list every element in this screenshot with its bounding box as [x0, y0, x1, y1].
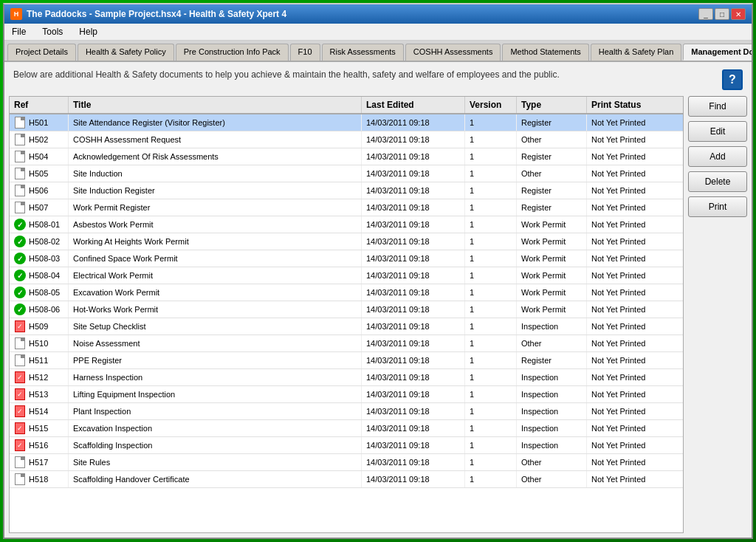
cell-version: 1 [465, 148, 517, 165]
header-last-edited[interactable]: Last Edited [362, 97, 465, 113]
table-row[interactable]: H517 Site Rules 14/03/2011 09:18 1 Other… [10, 454, 683, 471]
cell-last-edited: 14/03/2011 09:18 [362, 386, 465, 402]
doc-icon [14, 202, 26, 213]
table-row[interactable]: ✓H508-04 Electrical Work Permit 14/03/20… [10, 267, 683, 284]
table-row[interactable]: H506 Site Induction Register 14/03/2011 … [10, 182, 683, 199]
menu-file[interactable]: File [7, 25, 30, 38]
doc-icon [14, 117, 26, 128]
cell-print-status: Not Yet Printed [587, 114, 683, 131]
table-row[interactable]: H502 COSHH Assessment Request 14/03/2011… [10, 131, 683, 148]
tab-management-documents[interactable]: Management Documents [683, 44, 752, 61]
tab-pre-construction[interactable]: Pre Construction Info Pack [176, 44, 289, 61]
cell-version: 1 [465, 369, 517, 385]
cell-type: Other [517, 165, 587, 182]
header-title[interactable]: Title [69, 97, 362, 113]
cell-title: Site Induction Register [69, 182, 362, 199]
menu-help[interactable]: Help [75, 25, 102, 38]
cell-print-status: Not Yet Printed [587, 471, 683, 487]
cell-title: Excavation Inspection [69, 420, 362, 436]
cell-last-edited: 14/03/2011 09:18 [362, 420, 465, 436]
cell-type: Inspection [517, 318, 587, 335]
cell-title: Confined Space Work Permit [69, 250, 362, 267]
table-row[interactable]: ✓H508-02 Working At Heights Work Permit … [10, 233, 683, 250]
table-row[interactable]: H516 Scaffolding Inspection 14/03/2011 0… [10, 437, 683, 454]
cell-type: Register [517, 148, 587, 165]
cell-last-edited: 14/03/2011 09:18 [362, 114, 465, 131]
tab-risk-assessments[interactable]: Risk Assessments [322, 44, 404, 61]
content-area: Below are additional Health & Safety doc… [4, 62, 752, 538]
table-row[interactable]: H501 Site Attendance Register (Visitor R… [10, 114, 683, 131]
cell-ref: H510 [10, 335, 69, 351]
cell-print-status: Not Yet Printed [587, 318, 683, 335]
cell-version: 1 [465, 199, 517, 216]
cell-last-edited: 14/03/2011 09:18 [362, 352, 465, 368]
cell-ref: H516 [10, 437, 69, 453]
cell-version: 1 [465, 437, 517, 453]
table-row[interactable]: H518 Scaffolding Handover Certificate 14… [10, 471, 683, 488]
table-row[interactable]: H513 Lifting Equipment Inspection 14/03/… [10, 386, 683, 403]
cell-title: COSHH Assessment Request [69, 131, 362, 148]
table-row[interactable]: ✓H508-01 Asbestos Work Permit 14/03/2011… [10, 216, 683, 233]
add-button[interactable]: Add [688, 146, 747, 167]
close-button[interactable]: ✕ [731, 8, 746, 20]
cell-print-status: Not Yet Printed [587, 369, 683, 385]
table-row[interactable]: H505 Site Induction 14/03/2011 09:18 1 O… [10, 165, 683, 182]
cell-print-status: Not Yet Printed [587, 233, 683, 250]
cell-title: PPE Register [69, 352, 362, 368]
tab-coshh[interactable]: COSHH Assessments [405, 44, 501, 61]
table-row[interactable]: H515 Excavation Inspection 14/03/2011 09… [10, 420, 683, 437]
cell-version: 1 [465, 131, 517, 148]
clipboard-icon [14, 422, 26, 434]
cell-print-status: Not Yet Printed [587, 386, 683, 402]
cell-type: Work Permit [517, 301, 587, 318]
cell-print-status: Not Yet Printed [587, 403, 683, 419]
header-version[interactable]: Version [465, 97, 517, 113]
cell-title: Site Setup Checklist [69, 318, 362, 335]
cell-type: Inspection [517, 369, 587, 385]
maximize-button[interactable]: □ [715, 8, 729, 20]
cell-title: Working At Heights Work Permit [69, 233, 362, 250]
cell-last-edited: 14/03/2011 09:18 [362, 284, 465, 301]
cell-last-edited: 14/03/2011 09:18 [362, 318, 465, 335]
table-row[interactable]: ✓H508-06 Hot-Works Work Permit 14/03/201… [10, 301, 683, 318]
cell-version: 1 [465, 250, 517, 267]
table-row[interactable]: H510 Noise Assessment 14/03/2011 09:18 1… [10, 335, 683, 352]
cell-title: Electrical Work Permit [69, 267, 362, 284]
edit-button[interactable]: Edit [688, 121, 747, 142]
table-row[interactable]: H511 PPE Register 14/03/2011 09:18 1 Reg… [10, 352, 683, 369]
tab-method-statements[interactable]: Method Statements [502, 44, 588, 61]
table-row[interactable]: ✓H508-03 Confined Space Work Permit 14/0… [10, 250, 683, 267]
cell-print-status: Not Yet Printed [587, 182, 683, 199]
doc-icon [14, 456, 26, 468]
table-row[interactable]: H507 Work Permit Register 14/03/2011 09:… [10, 199, 683, 216]
cell-version: 1 [465, 284, 517, 301]
table-row[interactable]: H509 Site Setup Checklist 14/03/2011 09:… [10, 318, 683, 335]
tab-project-details[interactable]: Project Details [7, 44, 76, 61]
table-row[interactable]: H512 Harness Inspection 14/03/2011 09:18… [10, 369, 683, 386]
delete-button[interactable]: Delete [688, 171, 747, 192]
cell-title: Noise Assessment [69, 335, 362, 351]
table-row[interactable]: ✓H508-05 Excavation Work Permit 14/03/20… [10, 284, 683, 301]
table-row[interactable]: H514 Plant Inspection 14/03/2011 09:18 1… [10, 403, 683, 420]
tab-health-safety-plan[interactable]: Health & Safety Plan [591, 44, 682, 61]
menu-tools[interactable]: Tools [38, 25, 67, 38]
print-button[interactable]: Print [688, 196, 747, 217]
tab-health-safety-policy[interactable]: Health & Safety Policy [78, 44, 174, 61]
cell-version: 1 [465, 301, 517, 318]
tab-f10[interactable]: F10 [290, 44, 320, 61]
help-button[interactable]: ? [722, 69, 743, 90]
find-button[interactable]: Find [688, 96, 747, 117]
cell-print-status: Not Yet Printed [587, 335, 683, 351]
check-icon: ✓ [14, 270, 26, 281]
cell-last-edited: 14/03/2011 09:18 [362, 182, 465, 199]
minimize-button[interactable]: _ [698, 8, 713, 20]
header-type[interactable]: Type [517, 97, 587, 113]
cell-last-edited: 14/03/2011 09:18 [362, 250, 465, 267]
cell-last-edited: 14/03/2011 09:18 [362, 454, 465, 470]
cell-ref: H505 [10, 165, 69, 182]
cell-title: Scaffolding Handover Certificate [69, 471, 362, 487]
header-print-status[interactable]: Print Status [587, 97, 683, 113]
cell-type: Other [517, 454, 587, 470]
header-ref[interactable]: Ref [10, 97, 69, 113]
table-row[interactable]: H504 Acknowledgement Of Risk Assessments… [10, 148, 683, 165]
